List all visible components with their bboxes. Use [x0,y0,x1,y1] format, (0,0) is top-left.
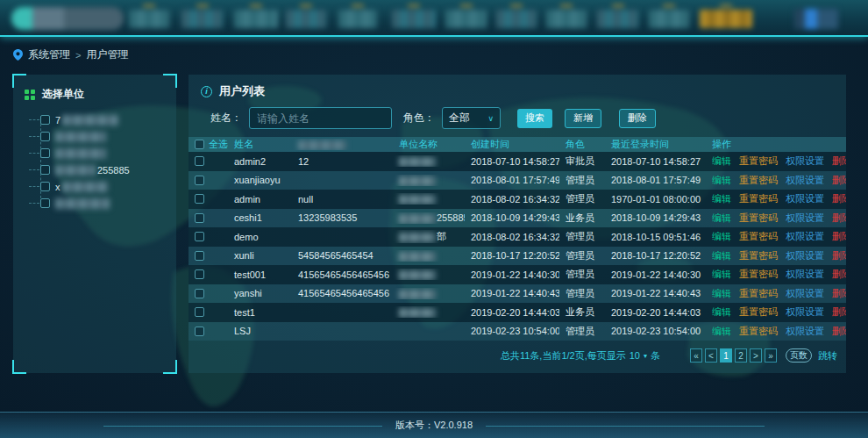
first-page-button[interactable]: « [690,348,702,363]
search-button[interactable]: 搜索 [517,109,552,128]
breadcrumb-item-system[interactable]: 系统管理 [28,47,70,62]
action-reset-password[interactable]: 重置密码 [739,212,778,223]
action-permission-settings[interactable]: 权限设置 [786,193,824,204]
action-reset-password[interactable]: 重置密码 [739,175,778,185]
row-checkbox[interactable] [195,269,204,279]
row-checkbox[interactable] [195,213,204,223]
last-page-button[interactable]: » [765,348,777,363]
nav-item-blurred[interactable] [129,10,169,28]
action-permission-settings[interactable]: 权限设置 [786,212,824,223]
action-delete[interactable]: 删除 [832,306,846,317]
add-button[interactable]: 新增 [565,109,601,128]
action-reset-password[interactable]: 重置密码 [739,306,778,317]
row-checkbox[interactable] [195,307,204,317]
action-edit[interactable]: 编辑 [712,326,731,336]
action-delete[interactable]: 删除 [832,326,846,336]
tree-item-label[interactable] [55,132,106,142]
nav-item-blurred[interactable] [338,10,377,28]
action-delete[interactable]: 删除 [832,193,846,204]
action-permission-settings[interactable]: 权限设置 [786,175,824,185]
nav-item-blurred[interactable] [649,10,689,28]
action-permission-settings[interactable]: 权限设置 [786,269,824,279]
caret-down-icon[interactable]: ▾ [644,352,647,360]
row-checkbox[interactable] [195,327,204,336]
action-reset-password[interactable]: 重置密码 [739,155,778,166]
action-permission-settings[interactable]: 权限设置 [786,155,824,166]
tree-item-label[interactable] [55,198,110,209]
action-reset-password[interactable]: 重置密码 [739,326,778,336]
action-reset-password[interactable]: 重置密码 [739,231,778,241]
tree-item-checkbox[interactable] [40,115,50,125]
row-checkbox[interactable] [195,251,204,261]
tree-item-label[interactable]: 7 [55,115,118,126]
role-select[interactable]: 全部 ∨ [442,107,501,129]
action-permission-settings[interactable]: 权限设置 [786,250,824,261]
row-checkbox[interactable] [195,156,204,166]
jump-button[interactable]: 跳转 [818,349,837,363]
breadcrumb-item-users[interactable]: 用户管理 [86,47,128,62]
page-2-button[interactable]: 2 [735,348,747,363]
cell-last-login: 2018-07-10 14:58:27 [605,156,706,167]
tree-item-label[interactable]: x [55,182,108,192]
user-account-blurred[interactable] [794,9,838,29]
row-checkbox[interactable] [195,176,204,185]
action-edit[interactable]: 编辑 [712,193,731,204]
tree-item-checkbox[interactable] [40,132,50,141]
nav-item-blurred[interactable] [181,10,223,28]
tree-item-checkbox[interactable] [40,198,50,208]
action-reset-password[interactable]: 重置密码 [739,193,778,204]
name-search-input[interactable] [249,107,392,129]
prev-page-button[interactable]: < [705,348,717,363]
nav-item-blurred[interactable] [392,10,436,28]
page-size-value[interactable]: 10 [630,350,640,361]
nav-item-active-blurred[interactable] [700,10,752,28]
tree-item-checkbox[interactable] [40,182,50,191]
cell-created: 2019-01-22 14:40:43 [465,288,559,298]
action-delete[interactable]: 删除 [832,175,846,185]
action-delete[interactable]: 删除 [832,269,846,279]
tree-item-label[interactable]: 255885 [55,165,130,176]
tree-item-checkbox[interactable] [40,148,50,158]
cell-role: 管理员 [559,249,605,262]
cell-unit [393,155,465,167]
tree-item: 255885 [29,164,176,176]
nav-item-blurred[interactable] [496,10,537,28]
action-delete[interactable]: 删除 [832,250,846,261]
action-delete[interactable]: 删除 [832,212,846,223]
action-edit[interactable]: 编辑 [712,306,731,317]
nav-item-blurred[interactable] [445,10,487,28]
row-checkbox[interactable] [195,289,204,298]
nav-item-blurred[interactable] [546,10,587,28]
role-filter-label: 角色： [403,111,435,126]
action-edit[interactable]: 编辑 [712,175,731,185]
page-1-button[interactable]: 1 [720,348,732,363]
tree-item-label[interactable] [55,148,106,159]
action-delete[interactable]: 删除 [832,288,846,298]
select-all-checkbox[interactable] [195,140,204,149]
action-edit[interactable]: 编辑 [712,231,731,241]
action-reset-password[interactable]: 重置密码 [739,269,778,279]
action-reset-password[interactable]: 重置密码 [739,288,778,298]
nav-item-blurred[interactable] [286,10,326,28]
action-permission-settings[interactable]: 权限设置 [786,326,824,336]
tree-item-checkbox[interactable] [40,165,50,175]
action-reset-password[interactable]: 重置密码 [739,250,778,261]
action-delete[interactable]: 删除 [832,155,846,166]
action-edit[interactable]: 编辑 [712,269,731,279]
nav-item-blurred[interactable] [234,10,278,28]
action-permission-settings[interactable]: 权限设置 [786,288,824,298]
action-edit[interactable]: 编辑 [712,250,731,261]
action-permission-settings[interactable]: 权限设置 [786,306,824,317]
nav-item-blurred[interactable] [597,10,638,28]
page-number-input[interactable]: 页数 [786,348,812,363]
action-permission-settings[interactable]: 权限设置 [786,231,824,241]
action-edit[interactable]: 编辑 [712,155,731,166]
action-edit[interactable]: 编辑 [712,212,731,223]
row-checkbox[interactable] [195,194,204,204]
next-page-button[interactable]: > [750,348,762,363]
action-delete[interactable]: 删除 [832,231,846,241]
delete-button[interactable]: 删除 [619,109,656,128]
top-nav-bar [0,0,868,37]
action-edit[interactable]: 编辑 [712,288,731,298]
row-checkbox[interactable] [195,232,204,241]
